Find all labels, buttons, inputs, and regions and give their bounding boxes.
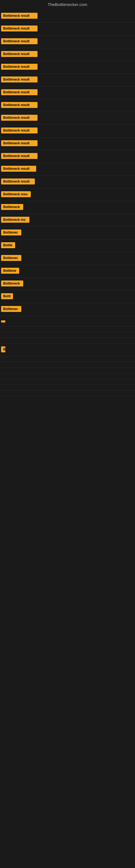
result-row: Bottleneck result	[0, 125, 135, 137]
bottleneck-badge[interactable]: Bottleneck result	[1, 76, 38, 83]
result-row: Bottle	[0, 240, 135, 252]
bottleneck-badge[interactable]: Bottlenec	[1, 306, 21, 312]
bottleneck-badge[interactable]: Bottleneck result	[1, 26, 38, 31]
result-row	[0, 327, 135, 332]
result-row: Bottleneck result	[0, 48, 135, 61]
result-row	[0, 385, 135, 391]
result-row: Bottleneck result	[0, 61, 135, 74]
result-row: Bottleneck result	[0, 10, 135, 23]
result-row: Bottleneck result	[0, 112, 135, 125]
result-row	[0, 373, 135, 379]
result-row: Bottleneck result	[0, 163, 135, 176]
result-row: Bottleneck result	[0, 35, 135, 48]
bottleneck-badge[interactable]: Bottleneck result	[1, 166, 36, 172]
result-row: Bottleneck result	[0, 23, 135, 35]
results-list: Bottleneck resultBottleneck resultBottle…	[0, 10, 135, 396]
result-row: B	[0, 344, 135, 356]
bottleneck-badge[interactable]: Bottleneck result	[1, 13, 38, 19]
result-row: Bottleneck result	[0, 87, 135, 99]
bottleneck-badge[interactable]: Bottleneck	[1, 204, 23, 210]
result-row	[0, 332, 135, 338]
result-row: Bottleneck	[0, 201, 135, 214]
bottleneck-badge[interactable]: Bottleneck	[1, 280, 23, 286]
bottleneck-badge[interactable]: Bottleneck result	[1, 127, 38, 133]
bottleneck-badge[interactable]: Bottleneck result	[1, 102, 38, 108]
result-row	[0, 362, 135, 368]
result-row: Bottleneck result	[0, 176, 135, 188]
site-header: TheBottlenecker.com	[0, 0, 135, 10]
result-row: Bottlenec	[0, 227, 135, 240]
bottleneck-badge[interactable]: Bottleneck res	[1, 217, 30, 223]
bottleneck-badge[interactable]: Bottleneck result	[1, 140, 38, 146]
result-row	[0, 356, 135, 362]
bottleneck-badge-small[interactable]	[1, 320, 5, 322]
bottleneck-badge[interactable]: Bottleneck result	[1, 89, 38, 95]
result-row: Bottleneck	[0, 278, 135, 290]
bottleneck-badge[interactable]: Bottlenec	[1, 255, 21, 261]
bottleneck-badge[interactable]: Bottleneck result	[1, 64, 38, 70]
result-row: Bottlenec	[0, 303, 135, 316]
bottleneck-badge[interactable]: Bottleneck result	[1, 51, 38, 57]
result-row: Bottleneck result	[0, 74, 135, 87]
result-row: Bottleneck result	[0, 150, 135, 163]
result-row	[0, 368, 135, 373]
result-row: Bottleneck resu	[0, 188, 135, 201]
result-row: Bottlenec	[0, 252, 135, 265]
bottleneck-badge[interactable]: Bottleneck resu	[1, 191, 31, 197]
bottleneck-badge[interactable]: Bottleneck result	[1, 179, 35, 184]
bottleneck-badge[interactable]: Bottle	[1, 242, 15, 248]
bottleneck-badge[interactable]: B	[1, 346, 5, 352]
result-row: Bottlene	[0, 265, 135, 278]
result-row: Bottl	[0, 290, 135, 303]
result-row: Bottleneck result	[0, 99, 135, 112]
result-row	[0, 316, 135, 327]
result-row: Bottleneck result	[0, 137, 135, 150]
bottleneck-badge[interactable]: Bottleneck result	[1, 153, 38, 159]
result-row: Bottleneck res	[0, 214, 135, 227]
bottleneck-badge[interactable]: Bottlenec	[1, 229, 21, 236]
result-row	[0, 338, 135, 344]
bottleneck-badge[interactable]: Bottlene	[1, 268, 19, 274]
bottleneck-badge[interactable]: Bottleneck result	[1, 115, 38, 121]
site-title: TheBottlenecker.com	[48, 2, 87, 7]
bottleneck-badge[interactable]: Bottl	[1, 293, 13, 299]
bottleneck-badge[interactable]: Bottleneck result	[1, 38, 38, 44]
result-row	[0, 391, 135, 396]
result-row	[0, 379, 135, 385]
